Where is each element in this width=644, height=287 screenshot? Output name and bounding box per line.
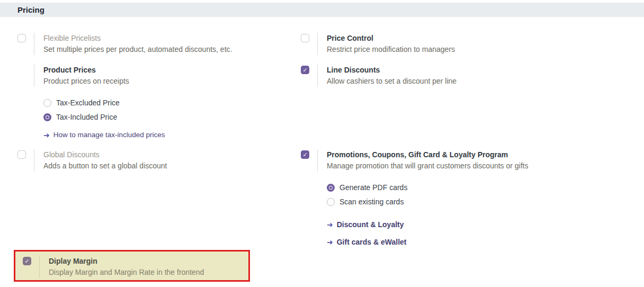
- checkmark-icon: ✓: [302, 67, 307, 73]
- display-margin-label: Diplay Margin: [49, 256, 240, 267]
- radio-button-icon[interactable]: [43, 113, 51, 121]
- setting-promotions: ✓ Promotions, Coupons, Gift Card & Loyal…: [301, 149, 566, 247]
- radio-scan-existing-cards[interactable]: Scan existing cards: [327, 198, 566, 206]
- radio-label: Tax-Excluded Price: [56, 98, 120, 107]
- setting-display-margin: ✓ Diplay Margin Display Margin and Margi…: [23, 256, 248, 278]
- promotions-description: Manage promotion that will grant custome…: [327, 160, 566, 172]
- section-title: Pricing: [17, 5, 44, 14]
- line-discounts-description: Allow cashiers to set a discount per lin…: [327, 76, 540, 87]
- flexible-pricelists-description: Set multiple prices per product, automat…: [43, 44, 265, 55]
- setting-flexible-pricelists: Flexible Pricelists Set multiple prices …: [17, 33, 265, 55]
- promotions-checkbox[interactable]: ✓: [301, 150, 309, 159]
- setting-price-control: Price Control Restrict price modificatio…: [301, 33, 540, 55]
- link-label[interactable]: How to manage tax-included prices: [53, 130, 165, 140]
- link-gift-cards-and-ewallet[interactable]: ➜ Gift cards & eWallet: [327, 237, 406, 247]
- radio-button-icon[interactable]: [327, 184, 335, 192]
- radio-tax-included-price[interactable]: Tax-Included Price: [43, 113, 193, 121]
- price-control-label: Price Control: [327, 33, 540, 44]
- global-discounts-description: Adds a button to set a global discount: [43, 160, 265, 172]
- checkmark-icon: ✓: [302, 152, 307, 158]
- radio-button-icon[interactable]: [327, 198, 335, 206]
- product-prices-radio-group: Tax-Excluded Price Tax-Included Price: [43, 98, 193, 121]
- radio-generate-pdf-cards[interactable]: Generate PDF cards: [327, 183, 566, 192]
- radio-button-icon[interactable]: [43, 99, 51, 107]
- display-margin-description: Display Margin and Margin Rate in the fr…: [49, 267, 240, 278]
- global-discounts-label: Global Discounts: [43, 149, 265, 160]
- link-how-to-manage-tax-included-prices[interactable]: ➜ How to manage tax-included prices: [43, 130, 165, 140]
- link-discount-and-loyalty[interactable]: ➜ Discount & Loyalty: [327, 220, 404, 229]
- price-control-checkbox[interactable]: [301, 34, 309, 42]
- setting-product-prices: Product Prices Product prices on receipt…: [17, 65, 193, 140]
- arrow-right-icon: ➜: [43, 131, 50, 139]
- link-label[interactable]: Discount & Loyalty: [337, 220, 404, 229]
- link-label[interactable]: Gift cards & eWallet: [337, 237, 407, 247]
- setting-global-discounts: Global Discounts Adds a button to set a …: [17, 149, 265, 172]
- product-prices-description: Product prices on receipts: [43, 76, 193, 87]
- promotions-label: Promotions, Coupons, Gift Card & Loyalty…: [327, 149, 566, 160]
- display-margin-checkbox[interactable]: ✓: [23, 257, 31, 265]
- price-control-description: Restrict price modification to managers: [327, 44, 540, 55]
- arrow-right-icon: ➜: [327, 238, 333, 246]
- radio-tax-excluded-price[interactable]: Tax-Excluded Price: [43, 98, 193, 107]
- flexible-pricelists-label: Flexible Pricelists: [43, 33, 265, 44]
- global-discounts-checkbox[interactable]: [17, 150, 26, 159]
- product-prices-label: Product Prices: [43, 65, 193, 76]
- line-discounts-label: Line Discounts: [327, 65, 540, 76]
- radio-label: Generate PDF cards: [339, 183, 407, 192]
- checkmark-icon: ✓: [24, 258, 29, 264]
- section-header-pricing: Pricing: [0, 3, 644, 17]
- setting-line-discounts: ✓ Line Discounts Allow cashiers to set a…: [301, 65, 540, 87]
- radio-label: Tax-Included Price: [56, 113, 117, 121]
- highlight-box: ✓ Diplay Margin Display Margin and Margi…: [14, 250, 250, 282]
- promotions-radio-group: Generate PDF cards Scan existing cards: [327, 183, 566, 206]
- radio-label: Scan existing cards: [339, 198, 404, 206]
- flexible-pricelists-checkbox[interactable]: [17, 34, 26, 42]
- line-discounts-checkbox[interactable]: ✓: [301, 66, 309, 74]
- arrow-right-icon: ➜: [327, 221, 333, 228]
